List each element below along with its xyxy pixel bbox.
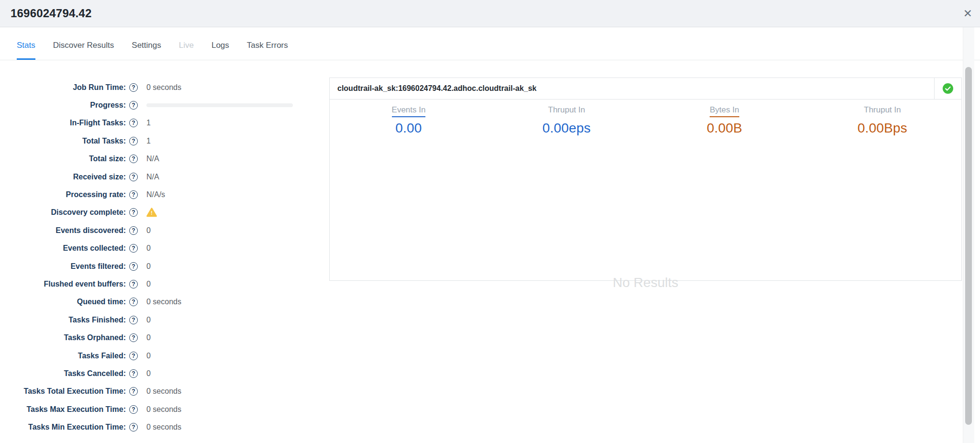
stat-value: 0 seconds: [146, 423, 181, 432]
tab-settings[interactable]: Settings: [132, 27, 161, 60]
stat-value: 0: [146, 244, 151, 253]
stat-row: Job Run Time: ? 0 seconds: [0, 78, 316, 96]
metric-value: 0.00: [395, 121, 422, 136]
stat-row: Flushed event buffers: ? 0: [0, 275, 316, 293]
stat-label: Tasks Failed:: [0, 352, 126, 360]
stat-row: Queued time: ? 0 seconds: [0, 293, 316, 311]
metric-label[interactable]: Bytes In: [710, 105, 739, 117]
stat-row: Total Tasks: ? 1: [0, 132, 316, 150]
stat-row: Tasks Total Execution Time: ? 0 seconds: [0, 383, 316, 400]
source-name: cloudtrail-ak_sk:1696024794.42.adhoc.clo…: [330, 78, 934, 99]
stat-label: Total Tasks:: [0, 137, 126, 145]
stat-value: 0 seconds: [146, 83, 181, 92]
question-circle-icon[interactable]: ?: [129, 298, 138, 306]
stat-value: 1: [146, 137, 151, 145]
stat-value: N/A/s: [146, 190, 165, 199]
stat-label: Tasks Orphaned:: [0, 333, 126, 342]
metric-column: Bytes In 0.00B: [646, 105, 803, 136]
stat-row: Tasks Min Execution Time: ? 0 seconds: [0, 418, 316, 436]
warning-triangle-icon: !: [146, 208, 157, 217]
question-circle-icon[interactable]: ?: [129, 262, 138, 271]
svg-text:!: !: [151, 211, 152, 216]
stat-row: Tasks Cancelled: ? 0: [0, 365, 316, 382]
question-circle-icon[interactable]: ?: [129, 101, 138, 110]
tab-discover-results[interactable]: Discover Results: [53, 27, 114, 60]
question-circle-icon[interactable]: ?: [129, 352, 138, 360]
stat-label: Processing rate:: [0, 190, 126, 199]
stat-row: Events filtered: ? 0: [0, 257, 316, 275]
metric-label[interactable]: Events In: [392, 105, 426, 117]
question-circle-icon[interactable]: ?: [129, 208, 138, 217]
stat-label: Tasks Max Execution Time:: [0, 405, 126, 414]
tab-label: Logs: [212, 41, 229, 50]
stat-value: 0: [146, 369, 151, 378]
tab-logs[interactable]: Logs: [212, 27, 229, 60]
question-circle-icon[interactable]: ?: [129, 155, 138, 163]
stat-row: Tasks Failed: ? 0: [0, 347, 316, 365]
stat-value: 0: [146, 333, 151, 342]
metric-value: 0.00eps: [542, 121, 590, 136]
source-card-header: cloudtrail-ak_sk:1696024794.42.adhoc.clo…: [330, 78, 961, 100]
stat-row: Processing rate: ? N/A/s: [0, 186, 316, 203]
metric-value: 0.00B: [707, 121, 742, 136]
stat-value: 0: [146, 280, 151, 288]
stat-label: Discovery complete:: [0, 208, 126, 217]
stat-label: Tasks Total Execution Time:: [0, 387, 126, 396]
stat-label: In-Flight Tasks:: [0, 119, 126, 127]
stat-row: Tasks Finished: ? 0: [0, 311, 316, 329]
tab-label: Live: [179, 41, 194, 50]
stat-row: In-Flight Tasks: ? 1: [0, 114, 316, 132]
question-circle-icon[interactable]: ?: [129, 137, 138, 145]
metric-label[interactable]: Thruput In: [864, 105, 901, 117]
close-icon[interactable]: ✕: [958, 6, 977, 21]
metrics-row: Events In 0.00 Thruput In 0.00eps Bytes …: [330, 100, 961, 136]
stat-row: Events discovered: ? 0: [0, 222, 316, 239]
metric-value: 0.00Bps: [858, 121, 907, 136]
stat-label: Total size:: [0, 155, 126, 163]
metric-label[interactable]: Thruput In: [548, 105, 585, 117]
stat-row: Progress: ?: [0, 96, 316, 114]
modal-title: 1696024794.42: [11, 7, 91, 20]
stat-label: Queued time:: [0, 298, 126, 306]
stat-value: 0 seconds: [146, 387, 181, 396]
stat-label: Job Run Time:: [0, 83, 126, 92]
tab-label: Discover Results: [53, 41, 114, 50]
question-circle-icon[interactable]: ?: [129, 405, 138, 414]
question-circle-icon[interactable]: ?: [129, 244, 138, 253]
scrollbar-thumb[interactable]: [965, 67, 972, 425]
scrollbar-track[interactable]: [963, 27, 974, 443]
stat-value: 0 seconds: [146, 298, 181, 306]
success-check-icon: [943, 83, 953, 94]
question-circle-icon[interactable]: ?: [129, 119, 138, 127]
question-circle-icon[interactable]: ?: [129, 369, 138, 378]
question-circle-icon[interactable]: ?: [129, 387, 138, 396]
tab-label: Settings: [132, 41, 161, 50]
tab-bar: StatsDiscover ResultsSettingsLiveLogsTas…: [0, 27, 980, 60]
stat-row: Discovery complete: ? !: [0, 204, 316, 222]
question-circle-icon[interactable]: ?: [129, 226, 138, 235]
stat-row: Total size: ? N/A: [0, 150, 316, 168]
job-inspector-modal: 1696024794.42 ✕ StatsDiscover ResultsSet…: [0, 0, 980, 60]
question-circle-icon[interactable]: ?: [129, 316, 138, 324]
stat-label: Tasks Cancelled:: [0, 369, 126, 378]
question-circle-icon[interactable]: ?: [129, 173, 138, 181]
stat-row: Events collected: ? 0: [0, 240, 316, 257]
stat-label: Tasks Min Execution Time:: [0, 423, 126, 432]
question-circle-icon[interactable]: ?: [129, 280, 138, 288]
tab-label: Task Errors: [247, 41, 288, 50]
stat-value: 1: [146, 119, 151, 127]
tab-stats[interactable]: Stats: [17, 27, 35, 60]
stat-value: 0: [146, 226, 151, 235]
question-circle-icon[interactable]: ?: [129, 83, 138, 92]
question-circle-icon[interactable]: ?: [129, 333, 138, 342]
stat-label: Flushed event buffers:: [0, 280, 126, 288]
tab-task-errors[interactable]: Task Errors: [247, 27, 288, 60]
stat-label: Received size:: [0, 173, 126, 181]
stat-value: 0 seconds: [146, 405, 181, 414]
modal-header: 1696024794.42 ✕: [0, 0, 980, 27]
stat-value: 0: [146, 262, 151, 271]
stat-label: Tasks Finished:: [0, 316, 126, 324]
question-circle-icon[interactable]: ?: [129, 423, 138, 432]
stat-value: N/A: [146, 155, 159, 163]
question-circle-icon[interactable]: ?: [129, 190, 138, 199]
